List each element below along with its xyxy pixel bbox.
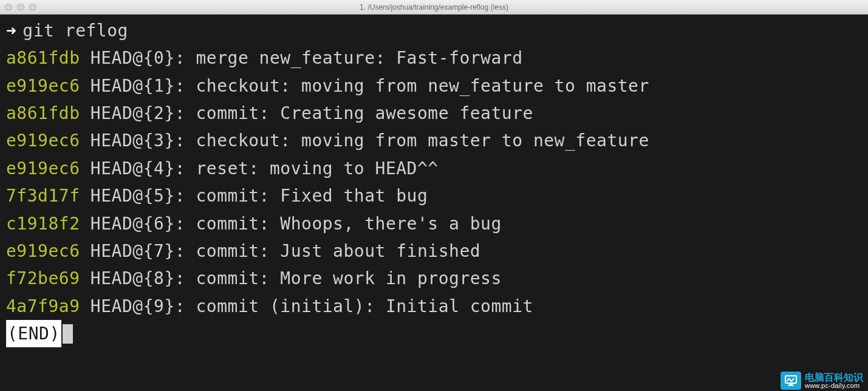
commit-hash: f72be69 [6,268,80,288]
commit-hash: 4a7f9a9 [6,296,80,316]
reflog-message: HEAD@{6}: commit: Whoops, there's a bug [80,214,502,234]
reflog-line: e919ec6 HEAD@{1}: checkout: moving from … [6,72,862,100]
commit-hash: a861fdb [6,48,80,68]
reflog-line: 4a7f9a9 HEAD@{9}: commit (initial): Init… [6,293,862,320]
minimize-button[interactable] [17,4,24,11]
reflog-line: a861fdb HEAD@{0}: merge new_feature: Fas… [6,44,862,72]
reflog-line: f72be69 HEAD@{8}: commit: More work in p… [6,265,862,292]
reflog-line: 7f3d17f HEAD@{5}: commit: Fixed that bug [6,182,862,209]
close-button[interactable] [5,4,12,11]
commit-hash: a861fdb [6,103,80,123]
prompt-line: ➜ git reflog [6,17,862,44]
watermark-logo-icon [781,372,801,390]
commit-hash: e919ec6 [6,241,80,261]
svg-rect-2 [788,385,794,386]
reflog-message: HEAD@{2}: commit: Creating awesome featu… [80,103,533,123]
reflog-message: HEAD@{4}: reset: moving to HEAD^^ [80,158,439,178]
traffic-lights [5,4,36,11]
watermark-url: www.pc-daily.com [805,382,863,389]
reflog-message: HEAD@{9}: commit (initial): Initial comm… [80,296,533,316]
terminal-body[interactable]: ➜ git reflog a861fdb HEAD@{0}: merge new… [0,15,868,391]
svg-rect-0 [785,376,796,383]
command-text: git reflog [22,17,128,44]
reflog-line: c1918f2 HEAD@{6}: commit: Whoops, there'… [6,210,862,237]
reflog-message: HEAD@{3}: checkout: moving from master t… [80,131,649,151]
reflog-line: e919ec6 HEAD@{7}: commit: Just about fin… [6,237,862,265]
commit-hash: e919ec6 [6,131,80,151]
svg-rect-1 [789,384,793,385]
reflog-message: HEAD@{0}: merge new_feature: Fast-forwar… [80,48,523,68]
commit-hash: e919ec6 [6,76,80,96]
reflog-line: a861fdb HEAD@{2}: commit: Creating aweso… [6,100,862,127]
terminal-window: 1. /Users/joshua/training/example-reflog… [0,0,868,391]
commit-hash: 7f3d17f [6,186,80,206]
watermark-text: 电脑百科知识 www.pc-daily.com [805,373,863,389]
prompt-arrow-icon: ➜ [6,17,16,44]
pager-end-line: (END) [6,320,862,347]
reflog-line: e919ec6 HEAD@{4}: reset: moving to HEAD^… [6,155,862,182]
watermark: 电脑百科知识 www.pc-daily.com [781,372,863,390]
window-title: 1. /Users/joshua/training/example-reflog… [360,3,508,12]
commit-hash: e919ec6 [6,158,80,178]
pager-end-marker: (END) [6,320,61,347]
reflog-message: HEAD@{5}: commit: Fixed that bug [80,186,428,206]
commit-hash: c1918f2 [6,214,80,234]
watermark-title: 电脑百科知识 [805,373,863,382]
title-bar: 1. /Users/joshua/training/example-reflog… [0,0,868,15]
reflog-message: HEAD@{7}: commit: Just about finished [80,241,481,261]
reflog-line: e919ec6 HEAD@{3}: checkout: moving from … [6,127,862,154]
reflog-output: a861fdb HEAD@{0}: merge new_feature: Fas… [6,44,862,320]
reflog-message: HEAD@{8}: commit: More work in progress [80,268,502,288]
cursor [63,324,73,344]
maximize-button[interactable] [29,4,36,11]
reflog-message: HEAD@{1}: checkout: moving from new_feat… [80,76,649,96]
